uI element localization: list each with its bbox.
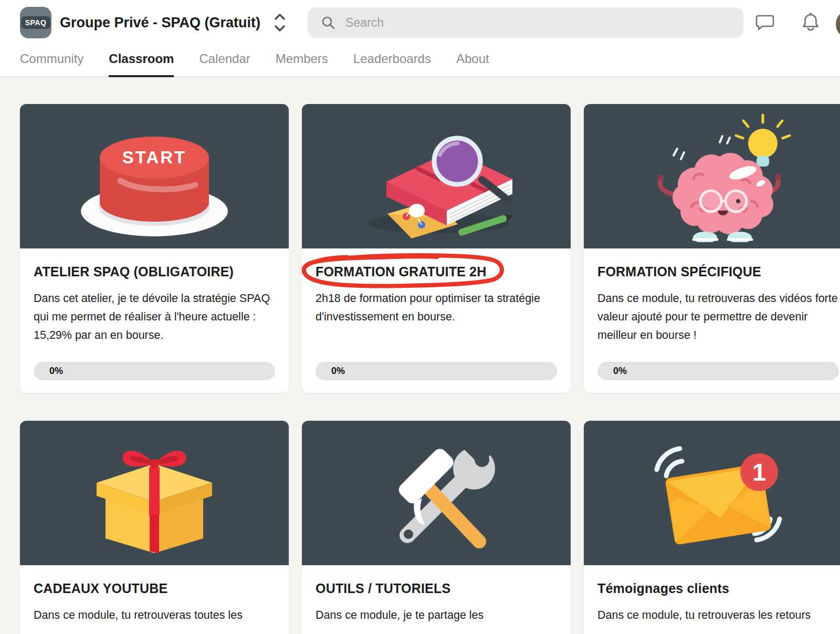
- course-cover: 1: [584, 421, 840, 565]
- search-bar: [308, 7, 743, 38]
- hammer-wrench-illustration: [358, 430, 515, 556]
- course-description: Dans ce module, tu retrouveras des vidéo…: [597, 289, 839, 344]
- course-description: Dans ce module, tu retrouveras les retou…: [597, 606, 839, 625]
- course-title: Témoignages clients: [597, 581, 839, 596]
- gift-box-illustration: [76, 430, 233, 556]
- book-magnifier-illustration: [350, 111, 523, 242]
- course-title: FORMATION SPÉCIFIQUE: [597, 264, 839, 279]
- chevron-up-down-icon: [273, 12, 287, 33]
- chat-bubble-icon: [755, 13, 775, 32]
- progress-bar: 0%: [34, 362, 275, 380]
- course-card-outils-tutoriels[interactable]: OUTILS / TUTORIELS Dans ce module, je te…: [302, 421, 571, 634]
- search-input[interactable]: [345, 16, 730, 30]
- nav-tabs: Community Classroom Calendar Members Lea…: [20, 45, 820, 76]
- group-logo-text: SPAQ: [21, 16, 51, 29]
- course-description: Dans cet atelier, je te dévoile la strat…: [34, 289, 275, 344]
- search-icon: [321, 16, 335, 29]
- start-button-illustration: START: [70, 113, 238, 240]
- course-title: CADEAUX YOUTUBE: [34, 581, 275, 596]
- course-cover: [302, 104, 571, 248]
- tab-about[interactable]: About: [456, 45, 489, 76]
- chat-button[interactable]: [755, 13, 775, 32]
- tab-classroom[interactable]: Classroom: [109, 45, 174, 77]
- course-card-formation-gratuite[interactable]: FORMATION GRATUITE 2H 2h18 de formation …: [302, 104, 571, 393]
- course-cover: [20, 421, 289, 565]
- group-title: Groupe Privé - SPAQ (Gratuit): [60, 15, 260, 31]
- tab-members[interactable]: Members: [276, 45, 328, 76]
- user-avatar[interactable]: [836, 9, 840, 39]
- brain-lightbulb-illustration: [632, 111, 805, 242]
- course-description: Dans ce module, je te partage les: [316, 606, 557, 625]
- progress-bar: 0%: [597, 362, 839, 380]
- course-cover: [584, 104, 840, 248]
- bell-icon: [801, 12, 820, 33]
- start-button-label: START: [122, 148, 187, 167]
- header: SPAQ Groupe Privé - SPAQ (Gratuit): [0, 0, 840, 77]
- group-logo[interactable]: SPAQ: [20, 7, 51, 38]
- course-title: ATELIER SPAQ (OBLIGATOIRE): [34, 264, 275, 279]
- course-card-formation-specifique[interactable]: FORMATION SPÉCIFIQUE Dans ce module, tu …: [584, 104, 840, 393]
- course-description: Dans ce module, tu retrouveras toutes le…: [34, 606, 275, 625]
- course-title: OUTILS / TUTORIELS: [316, 581, 557, 596]
- tab-leaderboards[interactable]: Leaderboards: [353, 45, 431, 76]
- course-cover: [302, 421, 571, 565]
- tab-calendar[interactable]: Calendar: [199, 45, 250, 76]
- course-title: FORMATION GRATUITE 2H: [316, 264, 557, 279]
- progress-bar: 0%: [316, 362, 557, 380]
- course-description: 2h18 de formation pour optimiser ta stra…: [316, 289, 557, 326]
- course-card-temoignages-clients[interactable]: 1 Témoignages clients Dans ce module, tu…: [584, 421, 840, 634]
- notification-badge-count: 1: [752, 458, 766, 486]
- course-card-cadeaux-youtube[interactable]: CADEAUX YOUTUBE Dans ce module, tu retro…: [20, 421, 289, 634]
- notifications-button[interactable]: [801, 12, 820, 33]
- group-switcher-button[interactable]: [273, 12, 287, 33]
- course-card-atelier-spaq[interactable]: START ATELIER SPAQ (OBLIGATOIRE) Dans ce…: [20, 104, 289, 393]
- tab-community[interactable]: Community: [20, 45, 83, 76]
- course-cover: START: [20, 104, 289, 248]
- classroom-grid: START ATELIER SPAQ (OBLIGATOIRE) Dans ce…: [0, 77, 840, 634]
- envelope-notification-illustration: 1: [632, 428, 805, 559]
